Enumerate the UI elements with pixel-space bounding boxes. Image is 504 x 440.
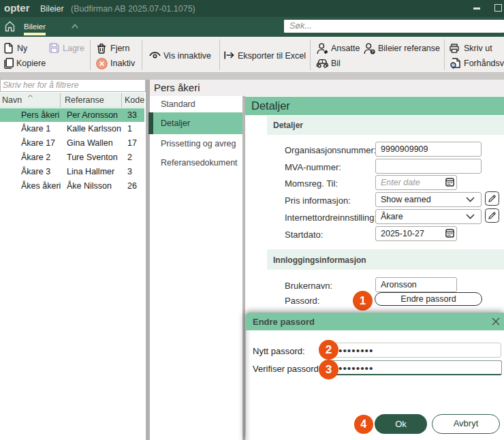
svg-text:?: ? [371, 50, 374, 54]
